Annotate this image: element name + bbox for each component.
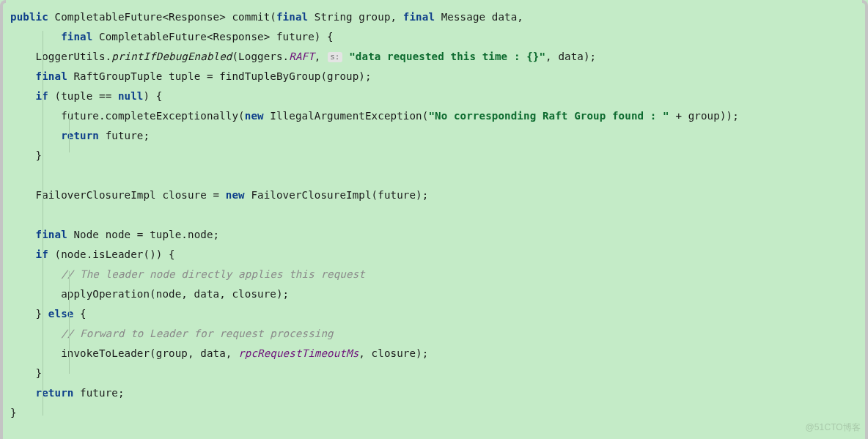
kw-public: public bbox=[10, 11, 48, 23]
indent-guide bbox=[69, 271, 70, 374]
code-block: public CompletableFuture<Response> commi… bbox=[0, 0, 868, 423]
indent-guide bbox=[69, 111, 70, 152]
indent-guide bbox=[43, 31, 43, 416]
param-hint-pill: s: bbox=[328, 52, 342, 62]
watermark: @51CTO博客 bbox=[806, 419, 861, 436]
